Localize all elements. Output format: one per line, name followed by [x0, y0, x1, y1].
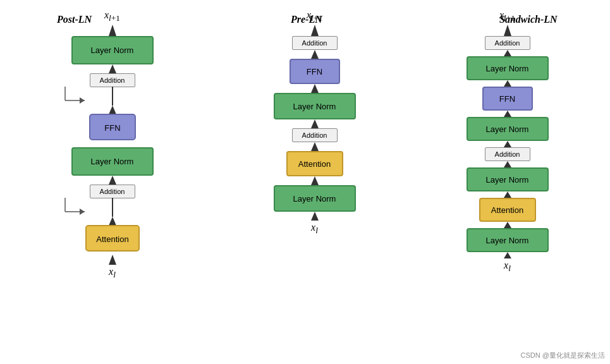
svg-marker-28	[504, 111, 511, 117]
svg-marker-20	[311, 84, 319, 93]
svg-marker-8	[80, 97, 85, 104]
svg-marker-32	[504, 222, 511, 228]
sandwich-ln-input-label: xl	[504, 260, 511, 274]
sw-addition-mid: Addition	[485, 147, 530, 161]
sw-layer-norm-4: Layer Norm	[467, 228, 549, 252]
svg-marker-26	[504, 50, 511, 56]
arrow-up-1	[108, 25, 117, 36]
pre-ln-diagram: xl+1 Addition FFN Layer Norm Addition At…	[274, 9, 356, 236]
post-ln-input-label: xl	[109, 266, 116, 280]
addition-bot: Addition	[90, 185, 135, 198]
pre-arrow-up-6	[310, 176, 319, 185]
svg-marker-19	[311, 50, 319, 59]
pre-arrow-up-7	[310, 212, 319, 221]
pre-arrow-up-3	[310, 84, 319, 93]
pre-arrow-up-2	[310, 50, 319, 59]
svg-marker-30	[504, 161, 511, 167]
sw-arrow-5	[503, 141, 512, 147]
pre-attention: Attention	[286, 151, 343, 176]
svg-marker-24	[311, 212, 319, 221]
sw-arrow-4	[503, 111, 512, 117]
svg-marker-25	[504, 25, 511, 36]
svg-text:Attention: Attention	[96, 234, 128, 244]
sw-layer-norm-3: Layer Norm	[467, 167, 549, 191]
post-ln-fork-attn: Attention	[62, 198, 163, 255]
svg-marker-1	[109, 64, 116, 73]
sandwich-ln-diagram: xl+1 Addition Layer Norm FFN Layer Norm …	[467, 9, 549, 274]
sw-arrow-8	[503, 222, 512, 228]
svg-marker-33	[504, 252, 511, 258]
pre-ln-input-label: xl	[311, 222, 318, 236]
pre-layer-norm-bot: Layer Norm	[274, 185, 356, 212]
svg-marker-16	[80, 209, 85, 215]
svg-marker-0	[109, 25, 116, 36]
svg-marker-29	[504, 141, 511, 147]
svg-marker-23	[311, 176, 319, 185]
svg-marker-11	[109, 217, 116, 226]
svg-marker-22	[311, 142, 319, 151]
addition-top: Addition	[90, 73, 135, 87]
sw-ffn: FFN	[482, 87, 533, 111]
pre-layer-norm-top: Layer Norm	[274, 93, 356, 119]
pre-ffn: FFN	[290, 59, 340, 84]
pre-addition-bot: Addition	[292, 128, 338, 142]
sw-arrow-7	[503, 191, 512, 198]
post-ln-fork-ffn: FFN	[62, 87, 163, 143]
sw-arrow-2	[503, 50, 512, 56]
arrow-up-4	[108, 255, 117, 265]
arrow-up-2	[108, 64, 117, 73]
svg-marker-27	[504, 80, 511, 87]
sw-addition-top: Addition	[485, 36, 530, 50]
sw-arrow-9	[503, 252, 512, 258]
sandwich-ln-output-label: xl+1	[499, 9, 515, 23]
svg-marker-31	[504, 191, 511, 198]
svg-marker-17	[109, 255, 116, 265]
svg-marker-18	[311, 25, 319, 36]
pre-ln-output-label: xl+1	[307, 9, 322, 23]
sw-arrow-1	[503, 25, 512, 36]
layer-norm-mid: Layer Norm	[71, 147, 154, 176]
sw-arrow-6	[503, 161, 512, 167]
pre-addition-top: Addition	[292, 36, 338, 50]
sw-arrow-3	[503, 80, 512, 87]
sw-layer-norm-1: Layer Norm	[467, 56, 549, 80]
pre-arrow-up-1	[310, 25, 319, 36]
pre-arrow-up-5	[310, 142, 319, 151]
post-ln-diagram: xl+1 Layer Norm Addition FFN Layer Norm	[62, 9, 163, 280]
post-ln-output-label: xl+1	[104, 9, 120, 23]
sw-attention: Attention	[479, 198, 536, 222]
svg-marker-3	[109, 106, 116, 114]
svg-text:FFN: FFN	[104, 123, 120, 133]
sw-layer-norm-2: Layer Norm	[467, 117, 549, 141]
svg-marker-9	[109, 176, 116, 185]
arrow-up-3	[108, 176, 117, 185]
layer-norm-top: Layer Norm	[71, 36, 154, 64]
pre-arrow-up-4	[310, 119, 319, 128]
svg-marker-21	[311, 119, 319, 128]
